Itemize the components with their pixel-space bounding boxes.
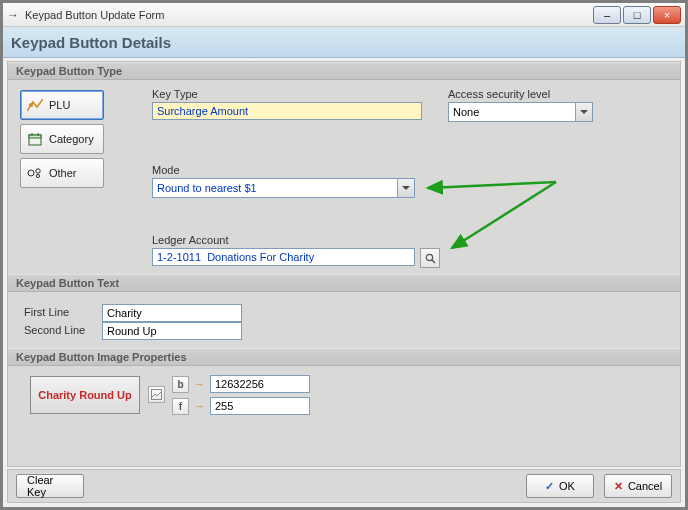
chevron-down-icon <box>397 179 414 197</box>
preview-button[interactable]: Charity Round Up <box>30 376 140 414</box>
group-text-title: Keypad Button Text <box>8 274 680 292</box>
second-line-label: Second Line <box>24 324 85 336</box>
barcode-icon <box>27 97 43 113</box>
svg-point-5 <box>28 170 34 176</box>
clear-key-label: Clear Key <box>27 474 73 498</box>
image-icon <box>151 389 162 400</box>
minimize-icon: – <box>604 9 610 21</box>
close-icon: × <box>664 9 670 21</box>
access-label: Access security level <box>448 88 550 100</box>
maximize-icon: □ <box>634 9 641 21</box>
header: Keypad Button Details <box>3 27 685 58</box>
svg-line-11 <box>428 182 556 188</box>
ok-label: OK <box>559 480 575 492</box>
svg-point-8 <box>426 254 432 260</box>
check-icon: ✓ <box>545 480 554 493</box>
svg-point-6 <box>36 169 40 173</box>
ok-button[interactable]: ✓ OK <box>526 474 594 498</box>
svg-rect-2 <box>29 135 41 138</box>
cancel-button[interactable]: ✕ Cancel <box>604 474 672 498</box>
access-value: None <box>449 103 575 121</box>
mode-value: Round to nearest $1 <box>153 179 397 197</box>
type-category-label: Category <box>49 133 94 145</box>
group-type-title: Keypad Button Type <box>8 62 680 80</box>
chevron-down-icon <box>575 103 592 121</box>
b-value-input[interactable] <box>210 375 310 393</box>
svg-line-12 <box>452 182 556 248</box>
search-icon <box>425 253 436 264</box>
maximize-button[interactable]: □ <box>623 6 651 24</box>
type-other-label: Other <box>49 167 77 179</box>
clear-key-button[interactable]: Clear Key <box>16 474 84 498</box>
svg-rect-10 <box>152 390 162 400</box>
key-type-label: Key Type <box>152 88 198 100</box>
window-title: Keypad Button Update Form <box>25 9 591 21</box>
b-color-button[interactable]: b <box>172 376 189 393</box>
svg-line-9 <box>432 260 435 263</box>
first-line-input[interactable] <box>102 304 242 322</box>
group-image-title: Keypad Button Image Properties <box>8 348 680 366</box>
header-title: Keypad Button Details <box>11 34 171 51</box>
type-category-button[interactable]: Category <box>20 124 104 154</box>
svg-point-0 <box>29 103 33 107</box>
mode-select[interactable]: Round to nearest $1 <box>152 178 415 198</box>
ledger-label: Ledger Account <box>152 234 228 246</box>
arrow-icon: → <box>194 400 205 412</box>
f-label: f <box>179 401 182 412</box>
image-picker-button[interactable] <box>148 386 165 403</box>
mode-label: Mode <box>152 164 180 176</box>
app-icon: → <box>7 8 19 22</box>
type-other-button[interactable]: Other <box>20 158 104 188</box>
close-button[interactable]: × <box>653 6 681 24</box>
arrow-icon: → <box>194 378 205 390</box>
title-bar: → Keypad Button Update Form – □ × <box>3 3 685 27</box>
minimize-button[interactable]: – <box>593 6 621 24</box>
gear-cluster-icon <box>27 165 43 181</box>
type-plu-label: PLU <box>49 99 70 111</box>
f-value-input[interactable] <box>210 397 310 415</box>
key-type-input[interactable] <box>152 102 422 120</box>
type-plu-button[interactable]: PLU <box>20 90 104 120</box>
b-label: b <box>177 379 183 390</box>
second-line-input[interactable] <box>102 322 242 340</box>
first-line-label: First Line <box>24 306 69 318</box>
ledger-search-button[interactable] <box>420 248 440 268</box>
cancel-label: Cancel <box>628 480 662 492</box>
ledger-input[interactable] <box>152 248 415 266</box>
access-select[interactable]: None <box>448 102 593 122</box>
calendar-icon <box>27 131 43 147</box>
preview-text: Charity Round Up <box>38 389 132 401</box>
svg-point-7 <box>36 174 39 177</box>
x-icon: ✕ <box>614 480 623 493</box>
f-color-button[interactable]: f <box>172 398 189 415</box>
